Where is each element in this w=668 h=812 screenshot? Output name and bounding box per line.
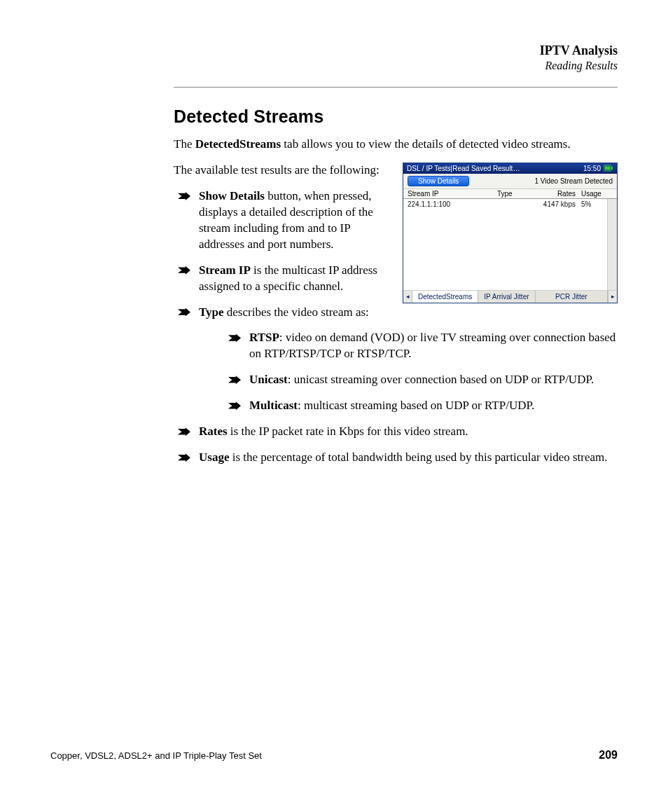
footer-doc-title: Copper, VDSL2, ADSL2+ and IP Triple-Play… — [50, 750, 262, 761]
list-item: RTSP: video on demand (VOD) or live TV s… — [224, 330, 618, 362]
bold-term: DetectedStreams — [195, 137, 281, 151]
text-span: : video on demand (VOD) or live TV strea… — [249, 331, 615, 360]
bold-term: Show Details — [199, 189, 265, 202]
list-item: Unicast: unicast streaming over connecti… — [224, 372, 618, 388]
battery-icon — [604, 165, 613, 172]
screenshot-title: DSL / IP Tests|Read Saved Result… — [407, 165, 520, 172]
text-span: : multicast streaming based on UDP or RT… — [298, 399, 534, 412]
chapter-title: IPTV Analysis — [540, 43, 618, 58]
footer-page-number: 209 — [599, 749, 618, 762]
header-rule — [174, 87, 618, 88]
list-item: Type describes the video stream as: RTSP… — [174, 305, 618, 415]
list-item: Show Details button, when pressed, displ… — [174, 188, 618, 253]
screenshot-clock: 15:50 — [583, 165, 601, 172]
intro-paragraph-1: The DetectedStreams tab allows you to vi… — [174, 137, 618, 153]
list-item: Usage is the percentage of total bandwid… — [174, 450, 618, 466]
bold-term: Multicast — [249, 399, 298, 412]
section-subtitle: Reading Results — [540, 60, 618, 72]
list-item: Multicast: multicast streaming based on … — [224, 398, 618, 414]
text-span: : unicast streaming over connection base… — [288, 373, 594, 386]
screenshot-clock-area: 15:50 — [583, 165, 613, 172]
nested-bullet-list: RTSP: video on demand (VOD) or live TV s… — [224, 330, 618, 414]
bold-term: Type — [199, 305, 224, 319]
list-item: Rates is the IP packet rate in Kbps for … — [174, 424, 618, 440]
text-span: is the IP packet rate in Kbps for this v… — [228, 425, 468, 438]
section-heading: Detected Streams — [174, 106, 618, 127]
bold-term: Rates — [199, 425, 228, 438]
screenshot-toolbar: Show Details 1 Video Stream Detected — [403, 174, 617, 189]
list-item: Stream IP is the multicast IP address as… — [174, 263, 618, 295]
svg-rect-1 — [611, 167, 613, 170]
text-span: is the percentage of total bandwidth bei… — [229, 450, 607, 464]
page-footer: Copper, VDSL2, ADSL2+ and IP Triple-Play… — [50, 749, 618, 762]
bold-term: Unicast — [249, 373, 288, 386]
show-details-button[interactable]: Show Details — [408, 176, 469, 186]
content-area: Detected Streams The DetectedStreams tab… — [174, 106, 618, 476]
svg-rect-2 — [605, 167, 611, 170]
text-span: describes the video stream as: — [224, 305, 369, 319]
bold-term: RTSP — [249, 331, 279, 344]
text-span: tab allows you to view the details of de… — [281, 137, 571, 151]
bold-term: Stream IP — [199, 263, 251, 277]
stream-count-status: 1 Video Stream Detected — [534, 177, 613, 185]
page-header: IPTV Analysis Reading Results — [540, 43, 618, 72]
screenshot-titlebar: DSL / IP Tests|Read Saved Result… 15:50 — [403, 163, 617, 174]
bold-term: Usage — [199, 450, 229, 464]
bullet-list: Show Details button, when pressed, displ… — [174, 188, 618, 466]
text-span: The — [174, 137, 195, 151]
